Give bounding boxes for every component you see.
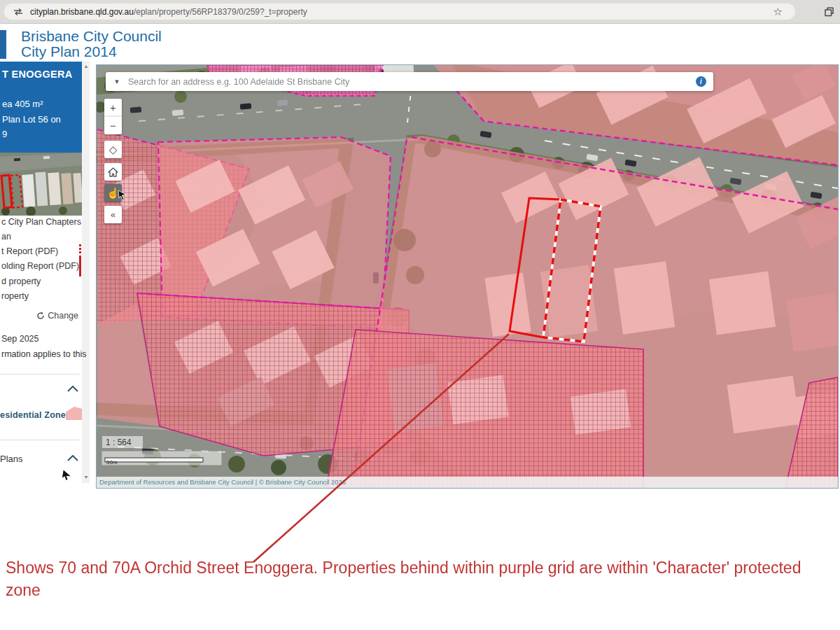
property-lot: Plan Lot 56 on — [2, 114, 82, 125]
browser-bar: cityplan.brisbane.qld.gov.au/eplan/prope… — [0, 0, 840, 24]
sidebar-scrollbar[interactable] — [82, 62, 90, 483]
attribution-bar: Department of Resources and Brisbane Cit… — [97, 477, 838, 488]
sidebar-link-property-2[interactable]: roperty — [1, 291, 29, 301]
refresh-icon — [36, 312, 45, 320]
effective-date: Sep 2025 — [1, 334, 39, 344]
plans-collapse-chevron[interactable] — [67, 455, 78, 461]
site-title: Brisbane City Council City Plan 2014 — [21, 29, 162, 59]
property-lot-2: 9 — [2, 129, 82, 139]
cursor-arrow-icon — [62, 470, 73, 480]
scroll-up-icon[interactable]: ▲ — [83, 64, 90, 69]
extensions-icon[interactable] — [823, 6, 835, 18]
section-collapse-chevron[interactable] — [67, 386, 78, 392]
legend-zone-label: esidential Zone — [0, 410, 66, 420]
search-dropdown-chevron-icon[interactable]: ▾ — [106, 77, 128, 86]
sidebar: ▲ ▼ T ENOGGERA ea 405 m² Plan Lot 56 on … — [0, 62, 90, 483]
info-note: rmation applies to this — [1, 349, 87, 359]
sidebar-link-plan[interactable]: an — [1, 232, 11, 241]
locate-button[interactable]: ◇ — [104, 141, 122, 158]
zoom-out-button[interactable]: − — [104, 116, 122, 134]
property-area: ea 405 m² — [2, 99, 82, 109]
zoom-in-button[interactable]: + — [104, 99, 122, 116]
info-icon[interactable]: i — [696, 76, 706, 87]
scroll-down-icon[interactable]: ▼ — [83, 475, 90, 479]
scale-text: 1 : 564 — [106, 438, 132, 447]
property-summary-panel: T ENOGGERA ea 405 m² Plan Lot 56 on 9 — [0, 62, 82, 153]
site-title-line1: Brisbane City Council — [21, 29, 162, 44]
map-cursor-icon — [118, 190, 127, 201]
tab-switch-icon[interactable] — [13, 8, 24, 16]
change-link[interactable]: Change — [36, 311, 78, 321]
screen: cityplan.brisbane.qld.gov.au/eplan/prope… — [0, 0, 840, 630]
search-input[interactable]: Search for an address e.g. 100 Adelaide … — [128, 77, 349, 87]
url-text[interactable]: cityplan.brisbane.qld.gov.au/eplan/prope… — [30, 7, 307, 17]
sidebar-link-holding-report[interactable]: olding Report (PDF) — [1, 261, 79, 271]
map-graphics: 1 : 564 50m Department of Resources and … — [97, 65, 838, 488]
attribution-text: Department of Resources and Brisbane Cit… — [99, 478, 346, 486]
bookmark-star-icon[interactable]: ☆ — [774, 6, 783, 18]
home-icon — [108, 167, 118, 177]
url-bar[interactable]: cityplan.brisbane.qld.gov.au/eplan/prope… — [4, 4, 795, 20]
url-domain: cityplan.brisbane.qld.gov.au — [30, 7, 134, 17]
url-path: /eplan/property/56RP18379/0/259?_t=prope… — [134, 7, 307, 17]
divider — [0, 374, 80, 374]
home-button[interactable] — [104, 163, 122, 181]
legend-zone-swatch — [66, 407, 82, 420]
address-search-bar[interactable]: ▾ Search for an address e.g. 100 Adelaid… — [106, 72, 713, 91]
zone-right-character-grid — [326, 330, 643, 488]
property-address: T ENOGGERA — [2, 69, 82, 80]
site-title-line2: City Plan 2014 — [21, 44, 162, 59]
property-thumbnail[interactable] — [0, 153, 82, 216]
scale-bar-label: 50m — [106, 459, 118, 465]
sidebar-link-lot-report[interactable]: t Report (PDF) — [1, 246, 58, 256]
red-marker-dotted — [79, 244, 81, 254]
sidebar-link-property-1[interactable]: d property — [1, 276, 41, 286]
collapse-panel-button[interactable]: « — [104, 206, 122, 223]
annotation-caption: Shows 70 and 70A Orchid Street Enoggera.… — [6, 556, 830, 601]
change-label: Change — [48, 311, 78, 321]
map-canvas[interactable]: 1 : 564 50m Department of Resources and … — [96, 64, 839, 489]
council-logo — [0, 30, 6, 59]
divider — [0, 440, 80, 440]
sidebar-link-chapters[interactable]: c City Plan Chapters — [1, 217, 81, 227]
plans-section-label: Plans — [0, 454, 23, 464]
red-marker — [79, 255, 81, 276]
